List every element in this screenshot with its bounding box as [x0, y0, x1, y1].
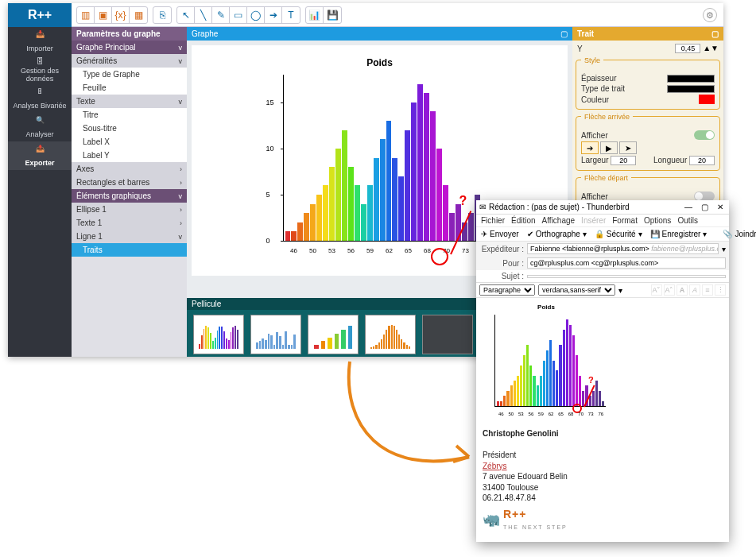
- stepper-icon[interactable]: ▲▼: [700, 44, 719, 52]
- chevron-down-icon[interactable]: ▾: [618, 286, 622, 295]
- xtick-label: 59: [536, 412, 546, 416]
- italic-icon[interactable]: A: [689, 284, 700, 296]
- xtick-label: 53: [516, 412, 526, 416]
- bar: [436, 149, 442, 241]
- sig-company[interactable]: Zébrys: [483, 461, 723, 472]
- menu-inserer[interactable]: Insérer: [581, 216, 606, 225]
- param-ligne1[interactable]: Ligne 1v: [72, 230, 187, 243]
- more-format-icon[interactable]: ⋮: [715, 284, 726, 296]
- menu-outils[interactable]: Outils: [677, 216, 698, 225]
- param-feuille[interactable]: Feuille: [72, 81, 187, 95]
- arrowhead-style-3[interactable]: ➤: [619, 141, 637, 154]
- tb-message-body[interactable]: Poids ? 4650535659626568707376 Christoph…: [476, 298, 729, 542]
- arrowhead-style-2[interactable]: ▶: [600, 141, 618, 154]
- attach-button[interactable]: 📎Joindre ▾: [723, 230, 756, 238]
- bar: [559, 345, 561, 406]
- chart-axes: 051015: [283, 75, 494, 242]
- maximize-button[interactable]: ▢: [699, 203, 710, 212]
- nav-analyser[interactable]: 🔍 Analyser: [8, 113, 72, 141]
- param-texte[interactable]: Textev: [72, 95, 187, 108]
- tool-chart-icon[interactable]: 📊: [306, 7, 324, 23]
- nav-exporter[interactable]: 📤 Exporter: [8, 141, 72, 170]
- param-traits[interactable]: Traits: [72, 243, 187, 257]
- nav-importer[interactable]: 📥 Importer: [8, 27, 72, 56]
- param-ellipse1[interactable]: Ellipse 1›: [72, 203, 187, 216]
- nav-gestion-donnees[interactable]: 🗄 Gestion des données: [8, 56, 72, 84]
- close-button[interactable]: ✕: [715, 203, 726, 212]
- tool-copy-icon[interactable]: ⎘: [153, 7, 171, 23]
- param-graphe-principal[interactable]: Graphe Principalv: [72, 41, 187, 54]
- sig-name: Christophe Genolini: [483, 428, 723, 439]
- arrowhead-style-1[interactable]: ➔: [581, 141, 599, 154]
- embedded-chart-image: Poids ? 4650535659626568707376: [483, 303, 610, 422]
- chevron-down-icon[interactable]: ▾: [722, 245, 726, 253]
- tool-brackets-icon[interactable]: {x}: [112, 7, 130, 23]
- xtick-label: 65: [556, 412, 566, 416]
- send-button[interactable]: ✈Envoyer: [481, 230, 519, 238]
- thumb-empty[interactable]: [422, 315, 473, 354]
- largeur-input[interactable]: [611, 156, 636, 165]
- param-sous-titre[interactable]: Sous-titre: [72, 122, 187, 135]
- tool-matrix-icon[interactable]: ▦: [130, 7, 147, 23]
- tool-histogram-icon[interactable]: ▥: [77, 7, 95, 23]
- bold-icon[interactable]: A: [677, 284, 688, 296]
- y-input[interactable]: [675, 44, 700, 53]
- epaisseur-preview[interactable]: [667, 75, 715, 83]
- thumb-4[interactable]: [365, 315, 416, 354]
- spellcheck-button[interactable]: ✔Orthographe ▾: [527, 230, 587, 238]
- tool-arrow-icon[interactable]: ➔: [265, 7, 282, 23]
- menu-format[interactable]: Format: [612, 216, 638, 225]
- tool-rect-icon[interactable]: ▭: [230, 7, 247, 23]
- subject-field[interactable]: [527, 275, 726, 278]
- param-type-graphe[interactable]: Type de Graphe: [72, 68, 187, 81]
- font-family-select[interactable]: verdana,sans-serif: [538, 284, 615, 296]
- param-label-x[interactable]: Label X: [72, 135, 187, 149]
- couleur-swatch[interactable]: [699, 95, 715, 104]
- param-generalites[interactable]: Généralitésv: [72, 54, 187, 68]
- param-titre[interactable]: Titre: [72, 108, 187, 122]
- tool-pointer-icon[interactable]: ↖: [177, 7, 195, 23]
- afficher-label: Afficher: [581, 192, 608, 201]
- bar: [335, 149, 341, 241]
- params-header: Paramètres du graphe: [72, 27, 187, 41]
- tool-line-icon[interactable]: ╲: [195, 7, 212, 23]
- tool-box-icon[interactable]: ▣: [95, 7, 112, 23]
- annotation-question: ?: [588, 375, 594, 385]
- tool-ellipse-icon[interactable]: ◯: [247, 7, 265, 23]
- security-button[interactable]: 🔒Sécurité ▾: [595, 230, 642, 238]
- afficher-arrivee-toggle[interactable]: [694, 130, 715, 140]
- param-elements-graphiques[interactable]: Éléments graphiquesv: [72, 189, 187, 203]
- menu-options[interactable]: Options: [644, 216, 671, 225]
- param-texte1[interactable]: Texte 1›: [72, 216, 187, 230]
- paragraph-style-select[interactable]: Paragraphe: [479, 284, 535, 296]
- from-field[interactable]: Fabienne <fabienne@rplusplus.com> fabien…: [527, 243, 719, 254]
- param-axes[interactable]: Axes›: [72, 162, 187, 176]
- nav-analyse-bivariee[interactable]: 🎚 Analyse Bivariée: [8, 84, 72, 113]
- panel-collapse-icon[interactable]: ▢: [560, 29, 568, 38]
- font-size-down-icon[interactable]: A˅: [651, 284, 662, 296]
- bar: [443, 185, 448, 241]
- app-logo: R++: [8, 3, 72, 27]
- tool-save-icon[interactable]: 💾: [324, 7, 341, 23]
- bar: [510, 385, 513, 406]
- settings-gear-icon[interactable]: ⚙: [703, 8, 717, 22]
- menu-edition[interactable]: Édition: [511, 216, 536, 225]
- thumb-2[interactable]: [250, 315, 301, 354]
- type-trait-preview[interactable]: [667, 85, 715, 93]
- param-rectangles-barres[interactable]: Rectangles et barres›: [72, 176, 187, 189]
- tool-pen-icon[interactable]: ✎: [212, 7, 230, 23]
- thumb-3[interactable]: [308, 315, 359, 354]
- tool-text-icon[interactable]: T: [282, 7, 300, 23]
- font-size-up-icon[interactable]: A˄: [664, 284, 675, 296]
- menu-fichier[interactable]: Fichier: [481, 216, 505, 225]
- bar: [285, 231, 291, 241]
- minimize-button[interactable]: —: [683, 203, 694, 212]
- save-button[interactable]: 💾Enregistrer ▾: [650, 230, 708, 238]
- param-label-y[interactable]: Label Y: [72, 149, 187, 162]
- panel-collapse-icon[interactable]: ▢: [711, 29, 719, 38]
- menu-affichage[interactable]: Affichage: [542, 216, 576, 225]
- thumb-1[interactable]: [193, 315, 244, 354]
- to-field[interactable]: cg@rplusplus.com <cg@rplusplus.com>: [527, 257, 726, 269]
- longueur-input[interactable]: [689, 156, 715, 165]
- list-icon[interactable]: ≡: [702, 284, 713, 296]
